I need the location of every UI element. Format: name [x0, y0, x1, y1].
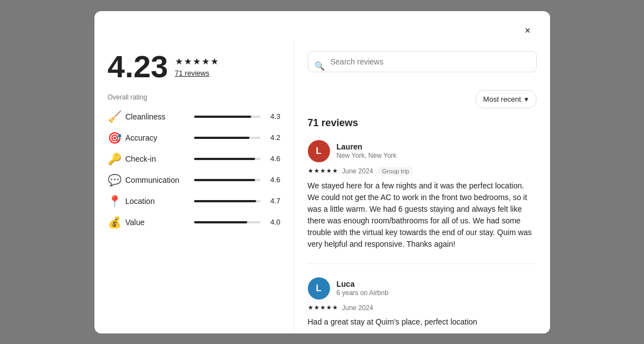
modal-header: × — [94, 11, 550, 40]
star-5: ★ — [211, 56, 218, 67]
rating-category-cleanliness: 🧹 Cleanliness — [108, 110, 166, 123]
rating-bar-check_in — [194, 158, 261, 160]
reviewer-info: Lauren New York, New York — [337, 142, 537, 159]
rating-bar-cleanliness — [194, 116, 261, 118]
rating-category-accuracy: 🎯 Accuracy — [108, 131, 158, 144]
rating-bar-fill-communication — [194, 179, 255, 181]
rating-row-value: 💰 Value 4.0 — [108, 216, 281, 229]
review-text: We stayed here for a few nights and it w… — [308, 180, 537, 250]
reviewer-name: Luca — [337, 280, 537, 288]
rating-icon-check_in: 🔑 — [108, 152, 121, 166]
rating-bar-location — [194, 200, 261, 202]
rating-label-accuracy: Accuracy — [126, 133, 158, 142]
star-3: ★ — [193, 56, 201, 67]
rating-category-value: 💰 Value — [108, 216, 145, 229]
stars-and-count: ★ ★ ★ ★ ★ 71 reviews — [175, 56, 218, 77]
review-meta: ★★★★★ June 2024 Group trip — [308, 167, 537, 176]
avatar-lauren: L — [308, 140, 330, 162]
review-stars: ★★★★★ — [308, 167, 338, 175]
reviewer-location: 6 years on Airbnb — [337, 289, 537, 297]
review-badge: Group trip — [378, 167, 414, 176]
rating-row-check_in: 🔑 Check-in 4.6 — [108, 152, 281, 166]
rating-label-check_in: Check-in — [126, 154, 156, 163]
reviewer-name: Lauren — [337, 142, 537, 151]
review-card-luca: L Luca 6 years on Airbnb ★★★★★ June 2024… — [308, 277, 537, 333]
rating-icon-accuracy: 🎯 — [108, 131, 121, 144]
rating-row-communication: 💬 Communication 4.6 — [108, 173, 281, 187]
reviews-modal: × 4.23 ★ ★ ★ ★ ★ 71 rev — [94, 11, 550, 333]
sort-label: Most recent — [483, 95, 521, 103]
rating-bar-fill-value — [194, 221, 247, 223]
reviewer-location: New York, New York — [337, 152, 537, 159]
star-1: ★ — [175, 56, 183, 67]
review-meta: ★★★★★ June 2024 — [308, 304, 537, 312]
reviews-panel: 🔍 Most recent ▾ 71 reviews L Laure — [294, 40, 550, 333]
avatar-luca: L — [308, 277, 330, 300]
search-wrapper: 🔍 — [308, 51, 537, 81]
rating-bar-fill-accuracy — [194, 137, 250, 139]
rating-label-location: Location — [126, 197, 155, 206]
rating-row-cleanliness: 🧹 Cleanliness 4.3 — [108, 110, 281, 123]
overall-stars: ★ ★ ★ ★ ★ — [175, 56, 218, 67]
reviewer-info: Luca 6 years on Airbnb — [337, 280, 537, 297]
rating-icon-communication: 💬 — [108, 173, 121, 187]
sort-dropdown[interactable]: Most recent ▾ — [475, 90, 537, 108]
rating-bar-fill-check_in — [194, 158, 255, 160]
chevron-down-icon: ▾ — [525, 95, 528, 103]
review-text: Had a great stay at Quim's place, perfec… — [308, 316, 537, 328]
review-star: ★ — [332, 304, 338, 311]
rating-bar-accuracy — [194, 137, 261, 139]
search-icon: 🔍 — [314, 61, 325, 71]
close-button[interactable]: × — [519, 22, 537, 40]
modal-overlay[interactable]: × 4.23 ★ ★ ★ ★ ★ 71 rev — [0, 0, 644, 344]
review-star: ★ — [326, 167, 332, 175]
star-2: ★ — [184, 56, 192, 67]
review-star: ★ — [320, 167, 326, 175]
rating-value-cleanliness: 4.3 — [265, 112, 281, 121]
review-date: June 2024 — [342, 167, 373, 175]
rating-bar-value — [194, 221, 261, 223]
rating-bar-fill-cleanliness — [194, 116, 251, 118]
review-star: ★ — [320, 304, 326, 311]
rating-icon-cleanliness: 🧹 — [108, 110, 121, 123]
review-date: June 2024 — [342, 304, 373, 312]
review-star: ★ — [332, 167, 338, 175]
rating-label-communication: Communication — [126, 176, 179, 185]
review-star: ★ — [308, 304, 313, 311]
reviewer-row: L Luca 6 years on Airbnb — [308, 277, 537, 300]
reviews-count-header: 71 reviews — [308, 117, 537, 129]
rating-row-accuracy: 🎯 Accuracy 4.2 — [108, 131, 281, 144]
review-star: ★ — [308, 167, 313, 175]
reviewer-row: L Lauren New York, New York — [308, 140, 537, 162]
rating-category-location: 📍 Location — [108, 195, 155, 208]
rating-value-value: 4.0 — [265, 218, 281, 226]
rating-bar-container-location: 4.7 — [194, 197, 281, 205]
star-4: ★ — [202, 56, 209, 67]
close-icon: × — [525, 25, 531, 37]
review-star: ★ — [314, 304, 319, 311]
filter-row: Most recent ▾ — [308, 90, 537, 108]
overall-rating-block: 4.23 ★ ★ ★ ★ ★ 71 reviews — [108, 51, 281, 82]
rating-label-cleanliness: Cleanliness — [126, 112, 166, 121]
rating-value-location: 4.7 — [265, 197, 281, 205]
category-ratings: 🧹 Cleanliness 4.3 🎯 Accuracy 4.2 — [108, 110, 281, 229]
rating-icon-value: 💰 — [108, 216, 121, 229]
review-star: ★ — [314, 167, 319, 175]
modal-body: 4.23 ★ ★ ★ ★ ★ 71 reviews Overall rating — [94, 40, 550, 333]
rating-value-communication: 4.6 — [265, 176, 281, 184]
rating-category-communication: 💬 Communication — [108, 173, 179, 187]
rating-value-accuracy: 4.2 — [265, 133, 281, 142]
review-list: L Lauren New York, New York ★★★★★ June 2… — [308, 140, 537, 333]
rating-icon-location: 📍 — [108, 195, 121, 208]
rating-bar-container-value: 4.0 — [194, 218, 281, 226]
search-input[interactable] — [308, 51, 537, 72]
review-stars: ★★★★★ — [308, 304, 338, 311]
rating-bar-container-communication: 4.6 — [194, 176, 281, 184]
rating-bar-communication — [194, 179, 261, 181]
rating-category-check_in: 🔑 Check-in — [108, 152, 156, 166]
review-card-lauren: L Lauren New York, New York ★★★★★ June 2… — [308, 140, 537, 264]
rating-number: 4.23 — [108, 51, 168, 82]
reviews-count-link[interactable]: 71 reviews — [175, 69, 218, 77]
review-star: ★ — [326, 304, 332, 311]
rating-row-location: 📍 Location 4.7 — [108, 195, 281, 208]
